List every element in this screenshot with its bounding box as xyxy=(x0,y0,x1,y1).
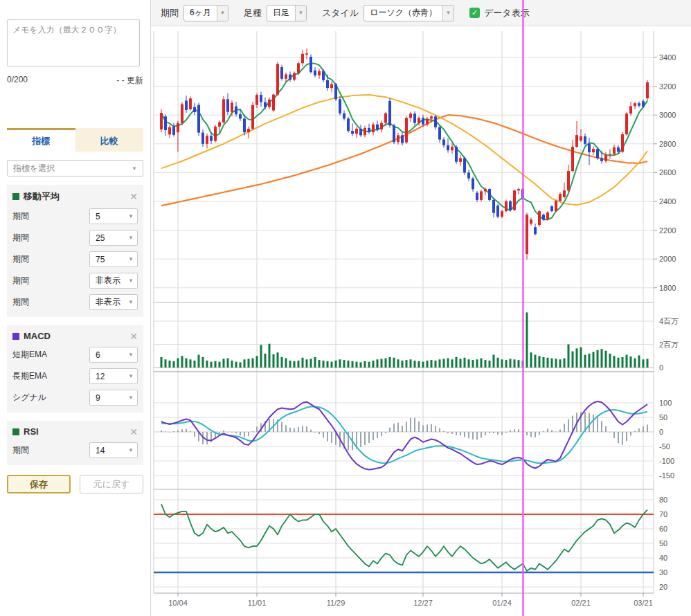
param-value: 非表示 xyxy=(96,275,120,287)
style-select[interactable]: ローソク（赤青） ▼ xyxy=(364,5,454,21)
style-label: スタイル xyxy=(322,7,359,19)
tab-indicators[interactable]: 指標 xyxy=(7,128,75,152)
axis-label: 2600 xyxy=(659,168,676,176)
macd-signal-line xyxy=(161,406,647,463)
x-axis-label: 11/01 xyxy=(248,599,267,607)
axis-label: 2400 xyxy=(659,197,676,206)
indicator-swatch-icon xyxy=(12,333,19,340)
chart-region: 期間 6ヶ月 ▼ 足種 日足 ▼ スタイル ローソク（赤青） ▼ ✓ データ表示… xyxy=(151,0,691,616)
chart-toolbar: 期間 6ヶ月 ▼ 足種 日足 ▼ スタイル ローソク（赤青） ▼ ✓ データ表示 xyxy=(151,0,691,26)
sidebar-actions: 保存 元に戻す xyxy=(7,475,143,493)
chevron-down-icon: ▼ xyxy=(128,213,134,219)
indicator-header: 移動平均 ✕ xyxy=(12,190,138,203)
indicator-sections: 移動平均 ✕期間 5 ▼期間 25 ▼期間 75 ▼期間 非表示 ▼期間 非表示… xyxy=(7,185,143,465)
indicator-param-row: 期間 非表示 ▼ xyxy=(12,294,138,310)
indicator-param-row: 短期EMA 6 ▼ xyxy=(12,347,138,363)
memo-update-link[interactable]: - - 更新 xyxy=(116,75,143,87)
indicator-name: RSI xyxy=(24,426,39,437)
axis-label: 20 xyxy=(659,583,667,591)
volume-bars xyxy=(161,312,649,368)
indicator-param-row: シグナル 9 ▼ xyxy=(12,390,138,406)
axis-label: 50 xyxy=(659,413,667,422)
axis-label: 100 xyxy=(659,399,672,407)
param-label: 期間 xyxy=(12,210,29,222)
period-select[interactable]: 6ヶ月 ▼ xyxy=(183,5,228,21)
axis-label: 50 xyxy=(659,539,667,547)
axis-label: 2800 xyxy=(659,140,676,148)
indicator-select[interactable]: 指標を選択 ▼ xyxy=(7,160,143,176)
axis-label: -50 xyxy=(659,442,670,451)
axis-label: -100 xyxy=(659,457,674,465)
chevron-down-icon: ▼ xyxy=(128,256,134,262)
chevron-down-icon: ▼ xyxy=(442,6,454,21)
tab-compare[interactable]: 比較 xyxy=(75,128,144,152)
param-select[interactable]: 9 ▼ xyxy=(89,390,138,406)
axis-label: 1800 xyxy=(659,284,676,292)
timeframe-label: 足種 xyxy=(244,7,262,19)
param-value: 9 xyxy=(96,393,100,403)
indicator-section-0: 移動平均 ✕期間 5 ▼期間 25 ▼期間 75 ▼期間 非表示 ▼期間 非表示… xyxy=(7,185,143,317)
indicator-swatch-icon xyxy=(12,428,19,435)
data-display-label: データ表示 xyxy=(484,7,530,19)
param-select[interactable]: 25 ▼ xyxy=(89,230,138,246)
sidebar: 0/200 - - 更新 指標 比較 指標を選択 ▼ 移動平均 ✕期間 5 ▼期… xyxy=(0,0,151,616)
indicator-param-row: 期間 非表示 ▼ xyxy=(12,273,138,289)
x-axis-label: 11/29 xyxy=(327,599,346,607)
indicator-param-row: 期間 5 ▼ xyxy=(12,208,138,224)
sidebar-tabs: 指標 比較 xyxy=(7,128,143,152)
param-value: 12 xyxy=(96,372,105,381)
chevron-down-icon: ▼ xyxy=(132,165,137,172)
axis-label: 80 xyxy=(659,496,667,504)
param-value: 25 xyxy=(96,233,105,243)
chevron-down-icon: ▼ xyxy=(128,235,134,241)
chart-canvas[interactable]: 3400320030002800260024002200200018004百万2… xyxy=(151,26,691,616)
param-label: 期間 xyxy=(12,253,29,265)
param-select[interactable]: 非表示 ▼ xyxy=(89,294,138,310)
param-value: 14 xyxy=(96,446,105,455)
save-button[interactable]: 保存 xyxy=(7,475,71,493)
indicator-section-1: MACD ✕短期EMA 6 ▼長期EMA 12 ▼シグナル 9 ▼ xyxy=(7,325,143,413)
timeframe-select[interactable]: 日足 ▼ xyxy=(267,5,307,21)
param-select[interactable]: 75 ▼ xyxy=(89,251,138,267)
axis-label: 60 xyxy=(659,525,667,533)
reset-button[interactable]: 元に戻す xyxy=(80,475,143,493)
indicator-param-row: 期間 14 ▼ xyxy=(12,442,138,458)
param-value: 6 xyxy=(96,350,100,360)
close-icon[interactable]: ✕ xyxy=(129,427,138,437)
ma5-line xyxy=(161,63,647,219)
param-value: 75 xyxy=(96,255,105,264)
x-axis-label: 03/21 xyxy=(634,599,653,607)
axis-label: 3000 xyxy=(659,111,676,119)
axis-label: 0 xyxy=(659,363,663,372)
timeframe-value: 日足 xyxy=(267,7,295,19)
memo-counter: 0/200 xyxy=(7,75,28,87)
close-icon[interactable]: ✕ xyxy=(129,192,138,201)
data-display-checkbox[interactable]: ✓ xyxy=(469,8,480,18)
axis-label: 70 xyxy=(659,510,667,518)
axis-label: 40 xyxy=(659,554,667,562)
close-icon[interactable]: ✕ xyxy=(129,332,138,341)
param-select[interactable]: 非表示 ▼ xyxy=(89,273,138,289)
param-value: 非表示 xyxy=(96,296,120,308)
memo-meta: 0/200 - - 更新 xyxy=(7,75,143,87)
chevron-down-icon: ▼ xyxy=(128,373,134,379)
param-label: 短期EMA xyxy=(12,349,47,361)
param-label: 期間 xyxy=(12,232,29,244)
param-select[interactable]: 5 ▼ xyxy=(89,208,138,224)
chevron-down-icon: ▼ xyxy=(128,278,134,284)
axis-label: 0 xyxy=(659,428,663,436)
param-label: 期間 xyxy=(12,275,29,287)
indicator-select-placeholder: 指標を選択 xyxy=(13,163,55,174)
chevron-down-icon: ▼ xyxy=(128,352,134,358)
chevron-down-icon: ▼ xyxy=(128,447,134,453)
indicator-swatch-icon xyxy=(12,193,19,200)
memo-input[interactable] xyxy=(7,19,140,66)
axis-label: 2000 xyxy=(659,255,676,263)
app-root: 0/200 - - 更新 指標 比較 指標を選択 ▼ 移動平均 ✕期間 5 ▼期… xyxy=(0,0,691,616)
x-axis-label: 01/24 xyxy=(492,599,512,607)
param-select[interactable]: 14 ▼ xyxy=(89,442,138,458)
param-select[interactable]: 6 ▼ xyxy=(89,347,138,363)
axis-label: 4百万 xyxy=(659,317,679,325)
param-select[interactable]: 12 ▼ xyxy=(89,368,138,384)
param-value: 5 xyxy=(96,212,100,221)
